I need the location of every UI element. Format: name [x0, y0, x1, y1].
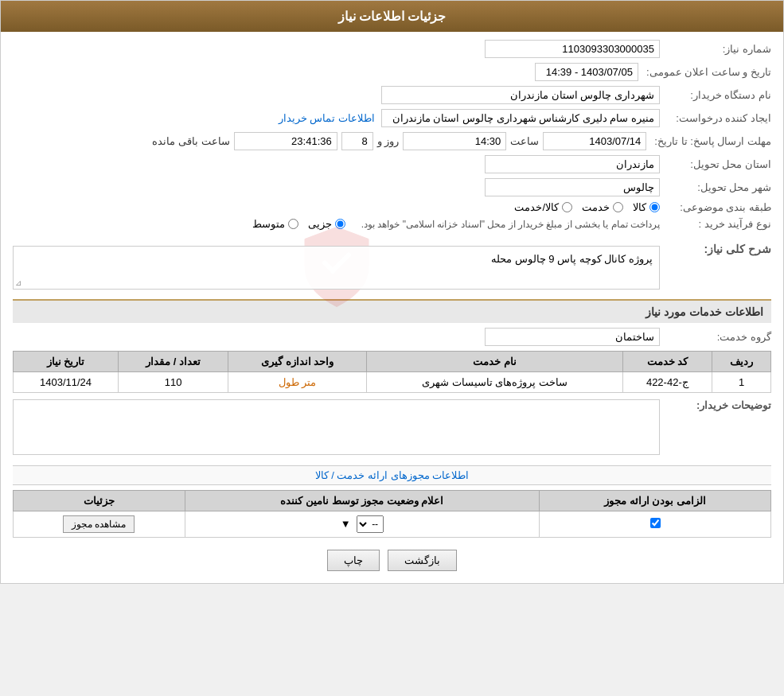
table-row: 1 ج-42-422 ساخت پروژه‌های تاسیسات شهری م…: [14, 372, 771, 393]
perm-col-required: الزامی بودن ارائه مجوز: [540, 491, 771, 511]
perm-status-arrow: ▼: [341, 518, 351, 530]
permissions-title: اطلاعات مجوزهای ارائه خدمت / کالا: [13, 465, 771, 485]
perm-col-status: اعلام وضعیت مجوز توسط نامین کننده: [185, 491, 540, 511]
purchase-type-row: نوع فرآیند خرید : متوسط جزیی پرداخت تمام…: [13, 218, 771, 230]
cell-row: 1: [712, 372, 771, 393]
purchase-type-label: نوع فرآیند خرید :: [660, 218, 771, 230]
tender-number-label: شماره نیاز:: [660, 43, 771, 55]
main-section: شماره نیاز: 1103093303000035 تاریخ و ساع…: [1, 32, 783, 243]
services-title: اطلاعات خدمات مورد نیاز: [13, 299, 771, 323]
need-section: شرح کلی نیاز: پروژه کانال کوچه پاس 9 چال…: [1, 243, 783, 293]
back-button[interactable]: بازگشت: [388, 550, 457, 571]
button-group: بازگشت چاپ: [1, 538, 783, 583]
perm-details-cell: مشاهده مجوز: [14, 511, 185, 538]
cell-date: 1403/11/24: [14, 372, 119, 393]
province-value: مازندران: [485, 155, 660, 173]
purchase-type-area: متوسط جزیی پرداخت تمام یا بخشی از مبلغ خ…: [252, 218, 660, 230]
cell-code: ج-42-422: [622, 372, 712, 393]
category-option-khedmat[interactable]: خدمت: [582, 201, 623, 213]
resize-icon: ⊿: [15, 278, 21, 287]
cell-unit: متر طول: [228, 372, 367, 393]
need-desc-container: پروژه کانال کوچه پاس 9 چالوس محله ⊿: [13, 243, 660, 293]
category-option-kala-khedmat[interactable]: کالا/خدمت: [514, 201, 572, 213]
col-unit: واحد اندازه گیری: [228, 352, 367, 372]
creator-value: منیره سام دلیری کارشناس شهرداری چالوس اس…: [381, 109, 660, 127]
creator-contact-link[interactable]: اطلاعات تماس خریدار: [279, 112, 375, 124]
tender-number-row: شماره نیاز: 1103093303000035: [13, 40, 771, 58]
col-row: ردیف: [712, 352, 771, 372]
deadline-row: مهلت ارسال پاسخ: تا تاریخ: 1403/07/14 سا…: [13, 132, 771, 150]
creator-label: ایجاد کننده درخواست:: [660, 112, 771, 124]
col-date: تاریخ نیاز: [14, 352, 119, 372]
group-label: گروه خدمت:: [660, 331, 771, 343]
deadline-days: 8: [341, 132, 373, 150]
perm-col-details: جزئیات: [14, 491, 185, 511]
date-value: 1403/07/05 - 14:39: [535, 63, 638, 81]
purchase-option-motavaset[interactable]: متوسط: [252, 218, 298, 230]
deadline-remaining: 23:41:36: [234, 132, 337, 150]
col-qty: تعداد / مقدار: [119, 352, 228, 372]
need-desc-text: پروژه کانال کوچه پاس 9 چالوس محله: [20, 253, 653, 265]
deadline-days-label: روز و: [377, 135, 400, 147]
city-row: شهر محل تحویل: چالوس: [13, 178, 771, 196]
permissions-section: اطلاعات مجوزهای ارائه خدمت / کالا الزامی…: [1, 465, 783, 538]
col-name: نام خدمت: [367, 352, 622, 372]
province-row: استان محل تحویل: مازندران: [13, 155, 771, 173]
purchase-note: پرداخت تمام یا بخشی از مبلغ خریدار از مح…: [361, 219, 660, 230]
buyer-row: نام دستگاه خریدار: شهرداری چالوس استان م…: [13, 86, 771, 104]
category-label: طبقه بندی موضوعی:: [660, 201, 771, 213]
cell-name: ساخت پروژه‌های تاسیسات شهری: [367, 372, 622, 393]
buyer-notes-row: توضیحات خریدار:: [13, 399, 771, 457]
perm-required-cell: [540, 511, 771, 538]
buyer-notes-label: توضیحات خریدار:: [660, 399, 771, 411]
permissions-table: الزامی بودن ارائه مجوز اعلام وضعیت مجوز …: [13, 490, 771, 538]
buyer-notes-textarea[interactable]: [13, 399, 660, 455]
purchase-option-jozii[interactable]: جزیی: [308, 218, 345, 230]
deadline-time-label: ساعت: [510, 135, 539, 147]
deadline-date: 1403/07/14: [543, 132, 646, 150]
services-table: ردیف کد خدمت نام خدمت واحد اندازه گیری ت…: [13, 351, 771, 393]
city-label: شهر محل تحویل:: [660, 181, 771, 193]
page-header: جزئیات اطلاعات نیاز: [1, 1, 783, 32]
tender-number-value: 1103093303000035: [485, 40, 660, 58]
purchase-radio-group: متوسط جزیی: [252, 218, 345, 230]
category-radio-group: کالا/خدمت خدمت کالا: [514, 201, 660, 213]
creator-row: ایجاد کننده درخواست: منیره سام دلیری کار…: [13, 109, 771, 127]
city-value: چالوس: [485, 178, 660, 196]
perm-status-select[interactable]: --: [357, 515, 384, 533]
need-desc-label: شرح کلی نیاز:: [660, 243, 771, 255]
group-row: گروه خدمت: ساختمان: [13, 328, 771, 346]
category-option-kala[interactable]: کالا: [633, 201, 660, 213]
deadline-time: 14:30: [403, 132, 506, 150]
perm-required-checkbox[interactable]: [650, 518, 661, 528]
date-row: تاریخ و ساعت اعلان عمومی: 1403/07/05 - 1…: [13, 63, 771, 81]
perm-status-cell: -- ▼: [185, 511, 540, 538]
date-label: تاریخ و ساعت اعلان عمومی:: [638, 66, 771, 78]
col-code: کد خدمت: [622, 352, 712, 372]
perm-table-row: -- ▼ مشاهده مجوز: [14, 511, 771, 538]
province-label: استان محل تحویل:: [660, 158, 771, 170]
view-license-button[interactable]: مشاهده مجوز: [63, 515, 135, 533]
services-section: اطلاعات خدمات مورد نیاز گروه خدمت: ساختم…: [1, 299, 783, 457]
buyer-value: شهرداری چالوس استان مازندران: [381, 86, 660, 104]
category-row: طبقه بندی موضوعی: کالا/خدمت خدمت کالا: [13, 201, 771, 213]
cell-qty: 110: [119, 372, 228, 393]
need-desc-box: پروژه کانال کوچه پاس 9 چالوس محله ⊿: [13, 246, 660, 290]
deadline-remaining-label: ساعت باقی مانده: [152, 135, 229, 147]
need-desc-row: شرح کلی نیاز: پروژه کانال کوچه پاس 9 چال…: [13, 243, 771, 293]
buyer-label: نام دستگاه خریدار:: [660, 89, 771, 101]
header-title: جزئیات اطلاعات نیاز: [338, 10, 447, 23]
print-button[interactable]: چاپ: [327, 550, 380, 571]
group-value: ساختمان: [485, 328, 660, 346]
deadline-label: مهلت ارسال پاسخ: تا تاریخ:: [646, 135, 771, 147]
page-wrapper: جزئیات اطلاعات نیاز شماره نیاز: 11030933…: [0, 0, 784, 584]
deadline-fields: 1403/07/14 ساعت 14:30 روز و 8 23:41:36 س…: [152, 132, 646, 150]
buyer-notes-container: [13, 399, 660, 457]
